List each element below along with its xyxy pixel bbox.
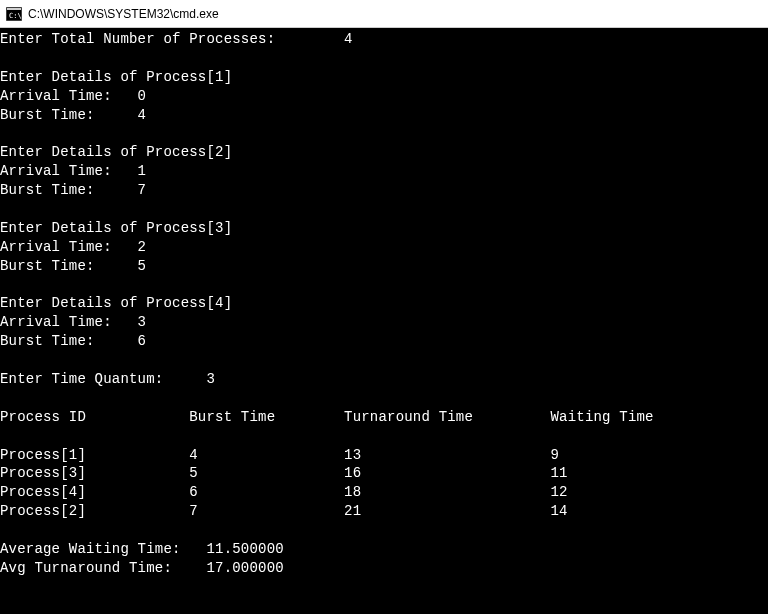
cmd-window: C:\ C:\WINDOWS\SYSTEM32\cmd.exe Enter To… [0, 0, 768, 614]
svg-rect-1 [7, 8, 21, 10]
console-output[interactable]: Enter Total Number of Processes: 4 Enter… [0, 28, 768, 614]
titlebar: C:\ C:\WINDOWS\SYSTEM32\cmd.exe [0, 0, 768, 28]
window-title: C:\WINDOWS\SYSTEM32\cmd.exe [28, 7, 219, 21]
svg-text:C:\: C:\ [9, 12, 22, 20]
cmd-icon: C:\ [6, 6, 22, 22]
